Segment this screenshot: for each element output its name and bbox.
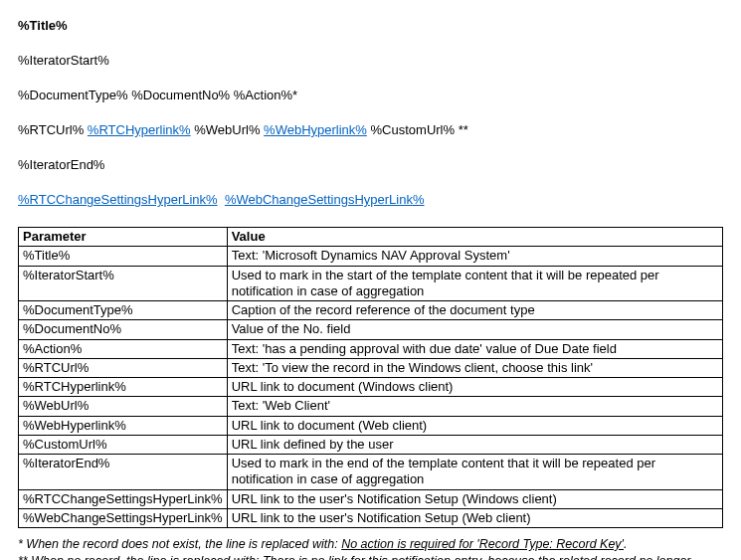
footnote-1: * When the record does not exist, the li… [18, 536, 723, 553]
cell-value: Text: 'Web Client' [227, 397, 722, 416]
cell-parameter: %WebChangeSettingsHyperLink% [19, 508, 228, 527]
table-row: %RTCChangeSettingsHyperLink%URL link to … [19, 489, 723, 508]
table-row: %Action%Text: 'has a pending approval wi… [19, 339, 723, 358]
cell-parameter: %IteratorStart% [19, 266, 228, 301]
footnote-1-suffix: . [624, 537, 627, 551]
cell-value: URL link defined by the user [227, 435, 722, 454]
cell-value: Text: 'To view the record in the Windows… [227, 358, 722, 377]
web-hyperlink[interactable]: %WebHyperlink% [264, 122, 367, 137]
table-row: %CustomUrl%URL link defined by the user [19, 435, 723, 454]
footnote-1-prefix: * When the record does not exist, the li… [18, 537, 341, 551]
table-row: %WebChangeSettingsHyperLink%URL link to … [19, 508, 723, 527]
rtc-change-settings-hyperlink[interactable]: %RTCChangeSettingsHyperLink% [18, 192, 218, 207]
cell-value: URL link to document (Web client) [227, 416, 722, 435]
cell-value: Text: 'has a pending approval with due d… [227, 339, 722, 358]
web-change-settings-hyperlink[interactable]: %WebChangeSettingsHyperLink% [225, 192, 425, 207]
page-title: %Title% [18, 18, 723, 33]
cell-parameter: %RTCUrl% [19, 358, 228, 377]
table-row: %DocumentType%Caption of the record refe… [19, 301, 723, 320]
cell-parameter: %CustomUrl% [19, 435, 228, 454]
rtc-hyperlink[interactable]: %RTCHyperlink% [88, 122, 191, 137]
footnote-1-underline: No action is required for 'Record Type: … [341, 537, 624, 551]
cell-value: Used to mark in the start of the templat… [227, 266, 722, 301]
table-row: %IteratorEnd%Used to mark in the end of … [19, 455, 723, 490]
cell-parameter: %IteratorEnd% [19, 455, 228, 490]
cell-parameter: %WebUrl% [19, 397, 228, 416]
table-row: %Title%Text: 'Microsoft Dynamics NAV App… [19, 247, 723, 266]
footnote-marker-1: * [292, 88, 297, 102]
table-row: %RTCHyperlink%URL link to document (Wind… [19, 378, 723, 397]
table-row: %WebHyperlink%URL link to document (Web … [19, 416, 723, 435]
cell-value: Text: 'Microsoft Dynamics NAV Approval S… [227, 247, 722, 266]
table-row: %RTCUrl%Text: 'To view the record in the… [19, 358, 723, 377]
cell-parameter: %RTCChangeSettingsHyperLink% [19, 489, 228, 508]
footnote-2: ** When no record, the line is replaced … [18, 553, 723, 560]
cell-value: URL link to the user's Notification Setu… [227, 508, 722, 527]
doc-no-token: %DocumentNo% [131, 88, 230, 102]
col-header-value: Value [227, 228, 722, 247]
cell-value: Value of the No. field [227, 320, 722, 339]
cell-value: URL link to document (Windows client) [227, 378, 722, 397]
footnote-marker-2: ** [459, 122, 468, 137]
cell-value: Used to mark in the end of the template … [227, 455, 722, 490]
parameters-table: Parameter Value %Title%Text: 'Microsoft … [18, 227, 723, 528]
table-header-row: Parameter Value [19, 228, 723, 247]
cell-parameter: %DocumentNo% [19, 320, 228, 339]
cell-value: URL link to the user's Notification Setu… [227, 489, 722, 508]
custom-url-token: %CustomUrl% [371, 122, 456, 137]
cell-parameter: %Action% [19, 339, 228, 358]
iterator-start-token: %IteratorStart% [18, 53, 723, 68]
cell-parameter: %Title% [19, 247, 228, 266]
cell-parameter: %RTCHyperlink% [19, 378, 228, 397]
cell-parameter: %DocumentType% [19, 301, 228, 320]
settings-line: %RTCChangeSettingsHyperLink% %WebChangeS… [18, 192, 723, 207]
table-row: %WebUrl%Text: 'Web Client' [19, 397, 723, 416]
table-row: %DocumentNo%Value of the No. field [19, 320, 723, 339]
document-line: %DocumentType% %DocumentNo% %Action%* [18, 88, 723, 102]
url-line: %RTCUrl% %RTCHyperlink% %WebUrl% %WebHyp… [18, 122, 723, 137]
rtc-url-token: %RTCUrl% [18, 122, 84, 137]
footnote-2-prefix: ** When no record, the line is replaced … [18, 554, 263, 560]
col-header-parameter: Parameter [19, 228, 228, 247]
table-row: %IteratorStart%Used to mark in the start… [19, 266, 723, 301]
web-url-token: %WebUrl% [194, 122, 260, 137]
footnotes: * When the record does not exist, the li… [18, 536, 723, 560]
cell-parameter: %WebHyperlink% [19, 416, 228, 435]
doc-type-token: %DocumentType% [18, 88, 128, 102]
iterator-end-token: %IteratorEnd% [18, 157, 723, 172]
cell-value: Caption of the record reference of the d… [227, 301, 722, 320]
action-token: %Action% [234, 88, 292, 102]
